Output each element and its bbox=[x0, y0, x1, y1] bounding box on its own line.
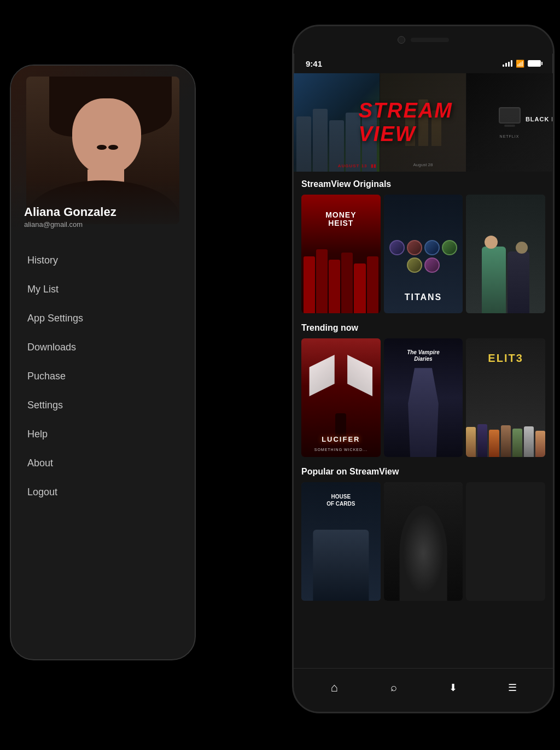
menu-item-logout[interactable]: Logout bbox=[11, 478, 195, 507]
profile-email: aliana@gmail.com bbox=[24, 220, 116, 228]
bottom-nav: ⌂ ⌕ ⬇ ☰ bbox=[294, 668, 553, 712]
card-titans[interactable]: TITANS bbox=[384, 195, 463, 313]
face-eye-right bbox=[108, 145, 118, 150]
card-vampire-diaries[interactable]: The VampireDiaries bbox=[384, 338, 463, 457]
lucifer-title: LUCIFER bbox=[322, 435, 360, 443]
scroll-content[interactable]: AUGUST 13 ▮▮ August 28 bbox=[294, 73, 553, 668]
status-time: 9:41 bbox=[306, 59, 322, 68]
card-lucifer[interactable]: LUCIFER SOMETHING WICKED... bbox=[301, 338, 381, 457]
bm-screen-icon bbox=[499, 107, 521, 124]
profile-area: Aliana Gonzalez aliana@gmail.com bbox=[11, 66, 195, 235]
profile-name: Aliana Gonzalez bbox=[24, 205, 116, 219]
card-person[interactable] bbox=[384, 482, 463, 601]
hero-banner: AUGUST 13 ▮▮ August 28 bbox=[294, 73, 553, 172]
mh-figures bbox=[301, 242, 381, 313]
money-heist-title: MONEYHEIST bbox=[325, 211, 356, 228]
menu-item-purchase[interactable]: Puchase bbox=[11, 362, 195, 391]
notch-camera-icon bbox=[398, 36, 405, 44]
search-icon: ⌕ bbox=[390, 681, 397, 694]
notch-speaker bbox=[411, 38, 449, 42]
phone-notch bbox=[294, 26, 553, 54]
hero-thumb-date-left: AUGUST 13 ▮▮ bbox=[338, 163, 376, 168]
menu-list: History My List App Settings Downloads P… bbox=[11, 235, 195, 518]
hoc-chair-silhouette bbox=[313, 530, 369, 601]
teen-figures bbox=[466, 218, 545, 313]
originals-section-title: StreamView Originals bbox=[301, 179, 545, 189]
signal-icon bbox=[503, 60, 512, 67]
card-money-heist[interactable]: MONEYHEIST bbox=[301, 195, 381, 313]
face-skin bbox=[72, 98, 141, 175]
elite-title: ELIT3 bbox=[488, 352, 523, 365]
popular-section: Popular on StreamView HOUSEOF CARDS bbox=[294, 459, 553, 603]
status-bar: 9:41 📶 bbox=[294, 54, 553, 73]
menu-item-settings[interactable]: Settings bbox=[11, 391, 195, 420]
popular-cards-row[interactable]: HOUSEOF CARDS bbox=[301, 482, 545, 601]
hero-mid-date: August 28 bbox=[413, 162, 433, 167]
nav-home[interactable]: ⌂ bbox=[305, 681, 364, 695]
trending-section: Trending now LUCIFER SOMETHING WICKED... bbox=[294, 315, 553, 459]
card-spacer bbox=[466, 482, 545, 601]
download-icon: ⬇ bbox=[449, 682, 457, 694]
face-eye-left bbox=[97, 145, 107, 150]
battery-icon bbox=[528, 60, 541, 67]
menu-item-appsettings[interactable]: App Settings bbox=[11, 304, 195, 333]
originals-cards-row[interactable]: MONEYHEIST bbox=[301, 195, 545, 313]
vd-woman-silhouette bbox=[401, 368, 445, 457]
card-elite[interactable]: ELIT3 bbox=[466, 338, 545, 457]
bm-network: NETFLIX bbox=[500, 134, 520, 138]
hoc-title: HOUSEOF CARDS bbox=[326, 493, 355, 507]
card-house-of-cards[interactable]: HOUSEOF CARDS bbox=[301, 482, 381, 601]
trending-cards-row[interactable]: LUCIFER SOMETHING WICKED... The VampireD… bbox=[301, 338, 545, 457]
back-phone-content: Aliana Gonzalez aliana@gmail.com History… bbox=[11, 66, 195, 659]
nav-download[interactable]: ⬇ bbox=[423, 682, 483, 694]
card-teen[interactable] bbox=[466, 195, 545, 313]
menu-item-about[interactable]: About bbox=[11, 449, 195, 478]
vd-title: The VampireDiaries bbox=[407, 349, 440, 362]
wifi-icon: 📶 bbox=[516, 60, 524, 68]
scroll-bottom-padding bbox=[294, 603, 553, 614]
lucifer-subtitle: SOMETHING WICKED... bbox=[314, 448, 368, 452]
menu-item-help[interactable]: Help bbox=[11, 420, 195, 449]
menu-icon: ☰ bbox=[508, 682, 517, 694]
elite-group bbox=[466, 380, 545, 457]
front-phone: 9:41 📶 bbox=[292, 25, 555, 713]
home-icon: ⌂ bbox=[331, 681, 338, 695]
lucifer-wings bbox=[309, 349, 372, 408]
menu-item-history[interactable]: History bbox=[11, 246, 195, 275]
person-silhouette bbox=[400, 506, 447, 601]
menu-item-mylist[interactable]: My List bbox=[11, 275, 195, 304]
status-icons: 📶 bbox=[503, 60, 541, 68]
nav-search[interactable]: ⌕ bbox=[364, 681, 424, 694]
nav-menu[interactable]: ☰ bbox=[483, 682, 542, 694]
back-phone: Aliana Gonzalez aliana@gmail.com History… bbox=[10, 65, 196, 660]
trending-section-title: Trending now bbox=[301, 323, 545, 333]
bm-title: BLACK MIRROR bbox=[526, 116, 553, 122]
profile-info: Aliana Gonzalez aliana@gmail.com bbox=[24, 205, 116, 228]
app-logo: STREAM VIEW bbox=[359, 99, 488, 146]
popular-section-title: Popular on StreamView bbox=[301, 467, 545, 477]
menu-item-downloads[interactable]: Downloads bbox=[11, 333, 195, 362]
originals-section: StreamView Originals MONEYHEIST bbox=[294, 172, 553, 315]
titans-title: TITANS bbox=[405, 292, 442, 302]
